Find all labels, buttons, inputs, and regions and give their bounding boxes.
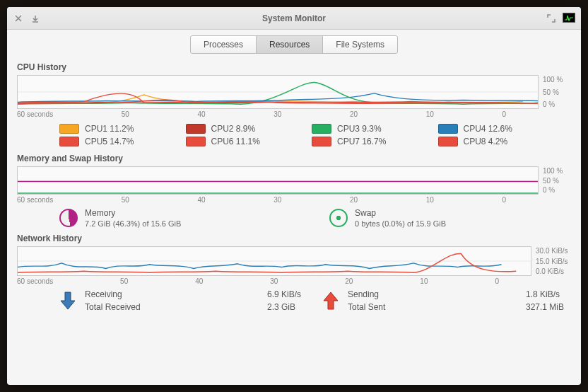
cpu-legend: CPU1 11.2%CPU2 8.9%CPU3 9.3%CPU4 12.6%CP… [17,118,571,152]
cpu-legend-item[interactable]: CPU3 9.3% [312,124,431,134]
cpu-history-chart [17,75,539,109]
cpu-legend-label: CPU2 8.9% [211,124,256,134]
network-x-axis: 60 seconds 50 40 30 20 10 0 [17,276,531,285]
network-y-axis: 30.0 KiB/s 15.0 KiB/s 0.0 KiB/s [531,246,571,276]
cpu-legend-item[interactable]: CPU1 11.2% [59,124,179,134]
upload-arrow-icon[interactable] [322,291,339,311]
memory-history-chart [17,166,539,195]
cpu-color-swatch [312,137,331,146]
cpu-legend-label: CPU3 9.3% [337,124,382,134]
total-sent-label: Total Sent [348,302,505,312]
sending-label: Sending [348,289,505,299]
cpu-color-swatch [59,137,79,146]
swap-label: Swap [355,208,446,218]
cpu-legend-item[interactable]: CPU4 12.6% [438,124,558,134]
tab-processes[interactable]: Processes [190,35,257,54]
swap-value: 0 bytes (0.0%) of 15.9 GiB [355,219,446,228]
total-received-label: Total Received [85,302,246,312]
memory-y-axis: 100 % 50 % 0 % [539,166,571,195]
network-sending-block: Sending 1.8 KiB/s Total Sent 327.1 MiB [322,289,564,312]
close-icon[interactable] [13,13,24,24]
system-monitor-window: System Monitor Processes Resources File … [7,7,581,385]
cpu-color-swatch [438,124,458,134]
swap-pie-icon[interactable] [329,209,348,227]
memory-history-title: Memory and Swap History [17,154,571,163]
cpu-legend-item[interactable]: CPU8 4.2% [438,137,558,146]
total-received-value: 2.3 GiB [267,302,301,312]
activity-indicator-icon[interactable] [563,13,575,23]
memory-value: 7.2 GiB (46.3%) of 15.6 GiB [85,219,181,228]
tab-bar: Processes Resources File Systems [7,30,581,61]
cpu-legend-label: CPU6 11.1% [211,137,260,146]
swap-usage-block: Swap 0 bytes (0.0%) of 15.9 GiB [329,208,557,228]
sending-rate: 1.8 KiB/s [526,289,564,299]
network-history-title: Network History [17,234,571,243]
network-receiving-block: Receiving 6.9 KiB/s Total Received 2.3 G… [59,289,301,312]
content-area: CPU History 60 seconds 50 40 30 20 [7,61,581,385]
cpu-legend-item[interactable]: CPU5 14.7% [59,137,179,146]
total-sent-value: 327.1 MiB [526,302,564,312]
cpu-legend-label: CPU5 14.7% [85,137,134,146]
network-history-chart [17,246,531,276]
cpu-x-axis: 60 seconds 50 40 30 20 10 0 [17,109,539,118]
cpu-legend-item[interactable]: CPU2 8.9% [186,124,305,134]
cpu-history-title: CPU History [17,62,571,72]
maximize-icon[interactable] [546,13,557,24]
memory-pie-icon[interactable] [59,209,78,227]
receiving-rate: 6.9 KiB/s [267,289,301,299]
cpu-legend-label: CPU8 4.2% [464,137,508,146]
cpu-color-swatch [59,124,79,134]
receiving-label: Receiving [85,289,246,299]
cpu-color-swatch [438,137,458,146]
cpu-y-axis: 100 % 50 % 0 % [539,75,571,109]
memory-usage-block: Memory 7.2 GiB (46.3%) of 15.6 GiB [59,208,287,228]
tab-file-systems[interactable]: File Systems [322,35,398,54]
cpu-legend-item[interactable]: CPU7 16.7% [312,137,431,146]
minimize-icon[interactable] [30,13,41,24]
titlebar: System Monitor [7,7,581,30]
cpu-legend-label: CPU7 16.7% [337,137,386,146]
cpu-color-swatch [186,137,206,146]
memory-label: Memory [85,208,181,218]
cpu-legend-item[interactable]: CPU6 11.1% [186,137,305,146]
cpu-color-swatch [312,124,331,134]
cpu-legend-label: CPU1 11.2% [85,124,134,134]
tab-resources[interactable]: Resources [256,35,323,54]
cpu-color-swatch [186,124,206,134]
window-title: System Monitor [7,13,581,23]
memory-x-axis: 60 seconds 50 40 30 20 10 0 [17,195,539,204]
cpu-legend-label: CPU4 12.6% [464,124,512,134]
download-arrow-icon[interactable] [59,291,76,311]
